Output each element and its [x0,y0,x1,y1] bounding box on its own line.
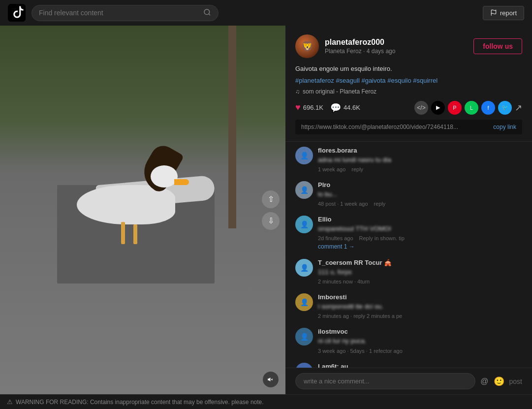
seagull-beak [174,179,189,185]
hashtags: #planetaferoz #seagull #gaivota #esquilo… [295,77,522,84]
warning-text: WARNING FOR READING: Contains inappropri… [16,399,264,406]
comment-avatar: 👤 [295,147,313,164]
comment-input[interactable] [295,373,475,389]
comment-meta: 48 post · 1 week ago reply [318,201,522,207]
comment-meta: 1 week ago reply [318,166,522,172]
sound-text: som original - Planeta Feroz [303,88,376,95]
comment-username: Plro [318,181,522,189]
comment-avatar: 👤 [295,328,313,346]
comment-content: ilostmvoc ni cit tur ny puca. 3 week ago… [318,328,522,353]
comment-avatar: 👤 [295,363,313,368]
embed-label: </> [417,104,425,111]
seagull-scene [57,146,215,283]
search-input[interactable] [39,9,199,17]
comment-text: 111 u, forps [318,268,522,277]
share-twitter-button[interactable]: 🐦 [498,101,512,115]
nav-arrows: ⇧ ⇩ [262,190,280,230]
embed-button[interactable]: </> [414,101,428,115]
svg-line-2 [209,14,210,15]
sound-line: ♫ som original - Planeta Feroz [295,88,522,95]
video-area[interactable]: ⇧ ⇩ [0,26,285,394]
comment-time: 2d finultes ago [318,235,353,241]
comment-text: I sorrporoottl tte dci ou. [318,302,522,311]
comment-item: 👤 Ellio oroparetouul TTH VOMOI 2d finult… [295,216,522,250]
video-url: https://www.tiktok.com/@planetaferoz000/… [301,124,488,130]
copy-link-button[interactable]: copy link [493,124,516,130]
comment-text: adna mi lundi nasru tu dia [318,156,522,164]
comment-username: Ellio [318,216,522,223]
comment-meta: 2 minutes ag · reply 2 minutes a pe [318,313,522,319]
channel-name: Planeta Feroz [325,48,362,55]
comment-reply[interactable]: reply [374,201,386,207]
comment-username: Imboresti [318,293,522,301]
follow-us-button[interactable]: follow us [473,38,522,54]
comments-group[interactable]: 💬 44.6K [330,102,360,113]
seagull-leg-right [133,224,137,244]
right-panel: 🦁 planetaferoz000 Planeta Feroz · 4 days… [285,26,532,394]
comment-meta: 3 week ago · 5days · 1 refector ago [318,348,522,354]
comment-username: Lam6t: au [318,363,522,368]
comment-time: 3 week ago · 5days · 1 refector ago [318,348,403,354]
user-info: 🦁 planetaferoz000 Planeta Feroz · 4 days… [285,26,532,142]
user-meta: planetaferoz000 Planeta Feroz · 4 days a… [325,38,468,55]
comment-avatar: 👤 [295,259,313,277]
comment-avatar: 👤 [295,293,313,311]
comment-reply[interactable]: reply [351,166,363,172]
share-line-button[interactable]: L [465,101,478,115]
top-bar: report [0,0,532,26]
nav-down-button[interactable]: ⇩ [262,212,280,230]
comment-item: 👤 Imboresti I sorrporoottl tte dci ou. 2… [295,293,522,319]
comment-item: 👤 T_coersom RR Tocur 🎪 111 u, forps 2 mi… [295,259,522,284]
comment-content: Plro lo bu... 48 post · 1 week ago reply [318,181,522,207]
time-ago: 4 days ago [367,48,396,55]
emoji-button[interactable]: 🙂 [494,376,504,387]
comment-item: 👤 Lam6t: au lto u. turri mber. 4 week ag… [295,363,522,368]
comment-time: 2 minutes now · 4turn [318,279,370,284]
comment-content: Ellio oroparetouul TTH VOMOI 2d finultes… [318,216,522,250]
post-button[interactable]: post [509,378,522,385]
svg-rect-0 [8,4,26,22]
comment-text: lo bu... [318,190,522,199]
report-button[interactable]: report [483,6,524,20]
user-header: 🦁 planetaferoz000 Planeta Feroz · 4 days… [295,34,522,58]
search-button[interactable] [203,8,211,18]
comment-avatar: 👤 [295,181,313,199]
avatar: 🦁 [295,34,319,58]
warning-icon: ⚠ [7,398,13,406]
video-placeholder [0,26,285,394]
comments-section[interactable]: 👤 flores.borara adna mi lundi nasru tu d… [285,142,532,368]
comment-input-area: @ 🙂 post [285,368,532,394]
likes-count: 696.1K [303,104,323,111]
comment-content: Imboresti I sorrporoottl tte dci ou. 2 m… [318,293,522,319]
comment-subtext: comment 1 → [318,243,522,250]
share-pinterest-button[interactable]: P [448,101,462,115]
comment-time: 1 week ago [318,166,345,172]
comment-icon: 💬 [330,102,341,113]
comment-text: oroparetouul TTH VOMOI [318,224,522,233]
seagull-leg-left [121,222,125,244]
likes-group[interactable]: ♥ 696.1K [295,102,323,113]
share-tiktok-button[interactable]: ▶ [431,101,445,115]
comment-item: 👤 ilostmvoc ni cit tur ny puca. 3 week a… [295,328,522,353]
search-bar[interactable] [31,5,219,21]
background-pole [228,26,236,228]
comment-text: ni cit tur ny puca. [318,337,522,346]
volume-button[interactable] [263,372,279,387]
nav-up-button[interactable]: ⇧ [262,190,280,208]
share-more-button[interactable]: ↗ [515,102,522,113]
video-description: Gaivota engole um esquilo inteiro. [295,64,522,74]
comment-username: T_coersom RR Tocur 🎪 [318,259,522,266]
comment-meta: 2 minutes now · 4turn [318,279,522,284]
comment-time: 2 minutes ag · reply 2 minutes a pe [318,313,402,319]
action-bar: ♥ 696.1K 💬 44.6K </> ▶ P L f 🐦 ↗ [295,101,522,115]
comment-meta: 2d finultes ago Reply in shown. tip [318,235,522,241]
share-icons: </> ▶ P L f 🐦 ↗ [414,101,522,115]
mention-button[interactable]: @ [480,377,488,386]
comment-content: flores.borara adna mi lundi nasru tu dia… [318,147,522,172]
share-facebook-button[interactable]: f [481,101,495,115]
username: planetaferoz000 [325,38,468,47]
comment-reply[interactable]: Reply in shown. tip [359,235,405,241]
comment-username: flores.borara [318,147,522,154]
comment-time: 48 post · 1 week ago [318,201,368,207]
comment-content: Lam6t: au lto u. turri mber. 4 week ago … [318,363,522,368]
